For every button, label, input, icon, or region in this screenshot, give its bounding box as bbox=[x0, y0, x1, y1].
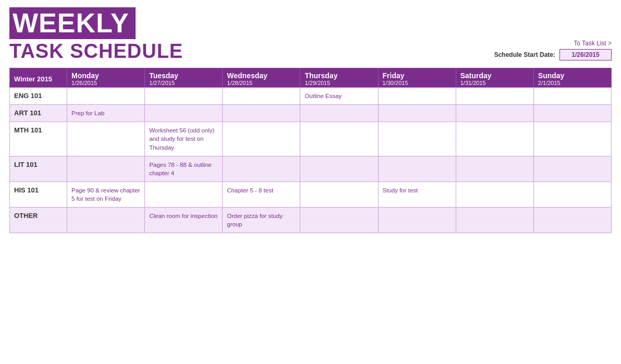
cell-row1-col4 bbox=[378, 105, 456, 122]
cell-row5-col3 bbox=[300, 208, 378, 233]
title-task: TASK SCHEDULE bbox=[9, 40, 183, 63]
cell-row2-col0 bbox=[67, 122, 145, 156]
row-label-text: MTH 101 bbox=[14, 126, 42, 134]
table-row: LIT 101Pages 78 - 88 & outline chapter 4 bbox=[10, 156, 612, 181]
task-text: Outline Essay bbox=[305, 93, 342, 99]
cell-row0-col3: Outline Essay bbox=[300, 88, 378, 105]
cell-row4-col3 bbox=[300, 181, 378, 207]
cell-row3-col0 bbox=[67, 156, 145, 181]
day-name: Monday bbox=[71, 71, 140, 80]
cell-row4-col5 bbox=[456, 181, 533, 207]
cell-row2-col4 bbox=[378, 122, 456, 156]
cell-row0-col2 bbox=[223, 88, 300, 105]
cell-row5-col2: Order pizza for study group bbox=[223, 208, 300, 233]
day-date: 1/28/2015 bbox=[227, 80, 296, 86]
row-label-his-101: HIS 101 bbox=[10, 181, 67, 207]
row-label-eng-101: ENG 101 bbox=[10, 88, 67, 105]
cell-row5-col5 bbox=[456, 208, 533, 233]
cell-row5-col6 bbox=[533, 208, 611, 233]
schedule-table: Winter 2015Monday1/26/2015Tuesday1/27/20… bbox=[9, 68, 612, 233]
row-label-text: HIS 101 bbox=[14, 186, 39, 194]
cell-row4-col1 bbox=[145, 181, 223, 207]
cell-row4-col4: Study for test bbox=[378, 181, 456, 207]
cell-row1-col6 bbox=[533, 105, 611, 122]
task-text: Pages 78 - 88 & outline chapter 4 bbox=[149, 162, 212, 176]
start-date-label: Schedule Start Date: bbox=[494, 51, 555, 58]
day-name: Thursday bbox=[305, 71, 373, 80]
table-row: ART 101Prep for Lab bbox=[10, 105, 612, 122]
cell-row4-col2: Chapter 5 - 8 test bbox=[223, 181, 300, 207]
task-text: Study for test bbox=[383, 187, 418, 193]
task-text: Page 90 & review chapter 5 for test on F… bbox=[71, 187, 140, 202]
row-label-mth-101: MTH 101 bbox=[10, 122, 67, 156]
day-date: 1/27/2015 bbox=[149, 80, 218, 86]
cell-row3-col2 bbox=[223, 156, 300, 181]
cell-row1-col3 bbox=[300, 105, 378, 122]
day-date: 1/31/2015 bbox=[460, 80, 529, 86]
task-text: Chapter 5 - 8 test bbox=[227, 187, 273, 193]
header-col-monday: Monday1/26/2015 bbox=[67, 68, 145, 88]
header-col-saturday: Saturday1/31/2015 bbox=[456, 68, 533, 88]
day-name: Friday bbox=[383, 71, 452, 80]
task-text: Worksheet 56 (odd only) and study for te… bbox=[149, 127, 214, 150]
title-block: WEEKLY TASK SCHEDULE bbox=[9, 7, 183, 63]
cell-row2-col2 bbox=[223, 122, 300, 156]
cell-row2-col3 bbox=[300, 122, 378, 156]
header-col-wednesday: Wednesday1/28/2015 bbox=[223, 68, 300, 88]
task-text: Clean room for inspection bbox=[149, 213, 217, 219]
cell-row3-col3 bbox=[300, 156, 378, 181]
cell-row3-col1: Pages 78 - 88 & outline chapter 4 bbox=[145, 156, 223, 181]
day-name: Winter 2015 bbox=[14, 75, 63, 83]
day-date: 1/26/2015 bbox=[71, 80, 140, 86]
header-col-friday: Friday1/30/2015 bbox=[378, 68, 456, 88]
row-label-text: ART 101 bbox=[14, 109, 41, 117]
header-col-tuesday: Tuesday1/27/2015 bbox=[145, 68, 223, 88]
cell-row0-col6 bbox=[533, 88, 611, 105]
cell-row3-col6 bbox=[533, 156, 611, 181]
day-date: 1/30/2015 bbox=[383, 80, 452, 86]
cell-row0-col4 bbox=[378, 88, 456, 105]
cell-row3-col5 bbox=[456, 156, 533, 181]
row-label-lit-101: LIT 101 bbox=[10, 156, 67, 181]
cell-row5-col1: Clean room for inspection bbox=[145, 208, 223, 233]
cell-row3-col4 bbox=[378, 156, 456, 181]
title-weekly: WEEKLY bbox=[9, 7, 136, 39]
page: WEEKLY TASK SCHEDULE To Task List > Sche… bbox=[0, 0, 621, 364]
header-section: WEEKLY TASK SCHEDULE To Task List > Sche… bbox=[9, 7, 612, 63]
day-date: 1/29/2015 bbox=[305, 80, 373, 86]
header-right: To Task List > Schedule Start Date: bbox=[494, 40, 612, 63]
day-name: Wednesday bbox=[227, 71, 296, 80]
cell-row5-col0 bbox=[67, 208, 145, 233]
header-col-sunday: Sunday2/1/2015 bbox=[533, 68, 611, 88]
row-label-text: ENG 101 bbox=[14, 92, 42, 100]
task-text: Order pizza for study group bbox=[227, 213, 283, 227]
cell-row1-col0: Prep for Lab bbox=[67, 105, 145, 122]
table-row: HIS 101Page 90 & review chapter 5 for te… bbox=[10, 181, 612, 207]
cell-row0-col5 bbox=[456, 88, 533, 105]
row-label-text: LIT 101 bbox=[14, 161, 38, 168]
day-name: Tuesday bbox=[149, 71, 218, 80]
day-name: Saturday bbox=[460, 71, 529, 80]
cell-row5-col4 bbox=[378, 208, 456, 233]
header-col-thursday: Thursday1/29/2015 bbox=[300, 68, 378, 88]
header-row: Winter 2015Monday1/26/2015Tuesday1/27/20… bbox=[10, 68, 612, 88]
cell-row2-col1: Worksheet 56 (odd only) and study for te… bbox=[145, 122, 223, 156]
cell-row2-col5 bbox=[456, 122, 533, 156]
cell-row4-col6 bbox=[533, 181, 611, 207]
row-label-text: OTHER bbox=[14, 212, 38, 220]
start-date-row: Schedule Start Date: bbox=[494, 49, 612, 60]
cell-row1-col2 bbox=[223, 105, 300, 122]
day-date: 2/1/2015 bbox=[538, 80, 607, 86]
cell-row0-col0 bbox=[67, 88, 145, 105]
cell-row1-col1 bbox=[145, 105, 223, 122]
table-row: ENG 101Outline Essay bbox=[10, 88, 612, 105]
day-name: Sunday bbox=[538, 71, 607, 80]
table-row: MTH 101Worksheet 56 (odd only) and study… bbox=[10, 122, 612, 156]
cell-row2-col6 bbox=[533, 122, 611, 156]
start-date-input[interactable] bbox=[559, 49, 612, 60]
task-text: Prep for Lab bbox=[71, 110, 104, 116]
cell-row0-col1 bbox=[145, 88, 223, 105]
to-task-list-link[interactable]: To Task List > bbox=[574, 40, 612, 47]
row-label-art-101: ART 101 bbox=[10, 105, 67, 122]
cell-row4-col0: Page 90 & review chapter 5 for test on F… bbox=[67, 181, 145, 207]
